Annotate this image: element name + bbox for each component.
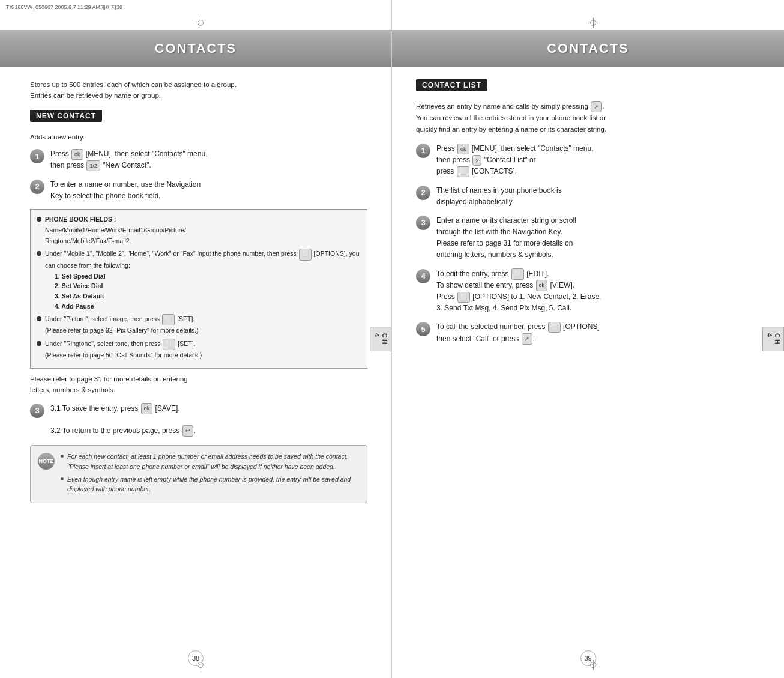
fields-content: PHONE BOOK FIELDS : Name/Mobile1/Home/Wo… (45, 214, 186, 247)
right-page: CONTACTS CONTACT LIST Retrieves an entry… (392, 0, 784, 678)
r-step-1-text: Press ok [MENU], then select "Contacts" … (436, 143, 754, 178)
note-box: NOTE For each new contact, at least 1 ph… (30, 445, 367, 503)
fields-bullet-2: Under "Mobile 1", "Mobile 2", "Home", "W… (37, 249, 361, 311)
step-1-row: 1 Press ok [MENU], then select "Contacts… (30, 148, 367, 171)
fields-bullet-3-text: Under "Picture", select image, then pres… (45, 314, 198, 336)
view-btn: ok (536, 280, 548, 291)
new-contact-section: NEW CONTACT (30, 110, 367, 127)
left-header-bar: CONTACTS (0, 30, 391, 67)
r-step-2-row: 2 The list of names in your phone book i… (416, 185, 754, 208)
numbered-list: 1. Set Speed Dial 2. Set Voice Dial 3. S… (55, 271, 361, 312)
left-header-title: CONTACTS (0, 41, 391, 56)
right-header-bar: CONTACTS (392, 30, 784, 67)
menu-btn-icon: 1/2 (86, 160, 100, 171)
step-3-text: 3.1 To save the entry, press ok [SAVE]. (50, 403, 367, 414)
fields-bullet-2-text: Under "Mobile 1", "Mobile 2", "Home", "W… (45, 249, 361, 311)
options-btn-2: ⬜ (457, 292, 470, 303)
step-3-circle: 3 (30, 404, 44, 418)
right-page-content: CONTACT LIST Retrieves an entry by name … (392, 67, 784, 364)
adds-entry-text: Adds a new entry. (30, 132, 367, 142)
ch-tab-left: CH4 (370, 327, 391, 352)
set-btn-2: ⬜ (163, 339, 175, 350)
step-2-row: 2 To enter a name or number, use the Nav… (30, 179, 367, 202)
bullet-dot-3 (37, 316, 41, 321)
step-1-circle: 1 (30, 149, 44, 163)
left-intro: Stores up to 500 entries, each of which … (30, 79, 367, 101)
note-text-2: Even though entry name is left empty whi… (67, 474, 360, 495)
r-step-3-row: 3 Enter a name or its character string o… (416, 215, 754, 261)
r-ok-btn: ok (457, 144, 469, 154)
r-step-1-circle: 1 (416, 144, 430, 158)
options-btn-3: ⬜ (548, 322, 561, 333)
note-bullet-2: Even though entry name is left empty whi… (61, 474, 360, 495)
note-text-1: For each new contact, at least 1 phone n… (67, 452, 360, 472)
send-btn-5: ↗ (522, 333, 532, 344)
r-step-2-text: The list of names in your phone book isd… (436, 185, 754, 208)
fields-bullet-4: Under "Ringtone", select tone, then pres… (37, 339, 361, 361)
left-page: TX-180VW_050607 2005.6.7 11:29 AM페이지38 C… (0, 0, 392, 678)
fields-box: PHONE BOOK FIELDS : Name/Mobile1/Home/Wo… (30, 209, 367, 369)
page-metadata: TX-180VW_050607 2005.6.7 11:29 AM페이지38 (6, 4, 122, 11)
r-step-5-row: 5 To call the selected number, press ⬜ [… (416, 321, 754, 344)
note-icon: NOTE (38, 453, 55, 470)
bullet-dot-1 (37, 217, 41, 222)
bullet-dot-4 (37, 341, 41, 346)
step-2-circle: 2 (30, 180, 44, 194)
left-page-content: Stores up to 500 entries, each of which … (0, 67, 391, 515)
after-fields-text: Please refer to page 31 for more details… (30, 374, 367, 396)
right-header-title: CONTACTS (392, 41, 784, 56)
r-step-2-circle: 2 (416, 186, 430, 200)
save-btn: ok (141, 403, 153, 414)
contact-list-label: CONTACT LIST (416, 79, 487, 91)
fields-bullet-3: Under "Picture", select image, then pres… (37, 314, 361, 336)
step-1-text: Press ok [MENU], then select "Contacts" … (50, 148, 367, 171)
fields-bullet-1: PHONE BOOK FIELDS : Name/Mobile1/Home/Wo… (37, 214, 361, 247)
r-step-3-circle: 3 (416, 216, 430, 230)
r-step-4-text: To edit the entry, press ⬜ [EDIT]. To sh… (436, 268, 754, 315)
note-text: For each new contact, at least 1 phone n… (61, 452, 360, 497)
edit-btn: ⬜ (511, 268, 524, 279)
fields-title: PHONE BOOK FIELDS : (45, 216, 116, 223)
note-bullet-1: For each new contact, at least 1 phone n… (61, 452, 360, 472)
r-step-5-circle: 5 (416, 322, 430, 336)
r-step-3-text: Enter a name or its character string or … (436, 215, 754, 261)
r-step-1-row: 1 Press ok [MENU], then select "Contacts… (416, 143, 754, 178)
set-btn-1: ⬜ (162, 314, 175, 325)
options-btn: ⬜ (299, 249, 312, 260)
ok-btn-icon: ok (71, 149, 83, 160)
step-2-text: To enter a name or number, use the Navig… (50, 179, 367, 202)
r-2-btn: 2 (472, 155, 481, 166)
fields-list: Name/Mobile1/Home/Work/E-mail1/Group/Pic… (45, 226, 186, 244)
contact-list-section: CONTACT LIST (416, 79, 754, 96)
bullet-dot-2 (37, 251, 41, 256)
step-3-2-text: 3.2 To return to the previous page, pres… (50, 425, 367, 437)
send-btn-intro: ↗ (591, 101, 602, 112)
back-btn: ↩ (182, 425, 193, 436)
note-dot-2 (61, 477, 64, 480)
right-intro: Retrieves an entry by name and calls by … (416, 101, 754, 135)
r-step-4-circle: 4 (416, 269, 430, 283)
note-dot-1 (61, 455, 64, 458)
step-3-row: 3 3.1 To save the entry, press ok [SAVE]… (30, 403, 367, 418)
r-step-5-text: To call the selected number, press ⬜ [OP… (436, 321, 754, 344)
new-contact-label: NEW CONTACT (30, 110, 102, 122)
ch-tab-right: CH4 (762, 327, 784, 352)
r-contacts-btn: ⬜ (457, 166, 469, 177)
r-step-4-row: 4 To edit the entry, press ⬜ [EDIT]. To … (416, 268, 754, 315)
fields-bullet-4-text: Under "Ringtone", select tone, then pres… (45, 339, 202, 361)
